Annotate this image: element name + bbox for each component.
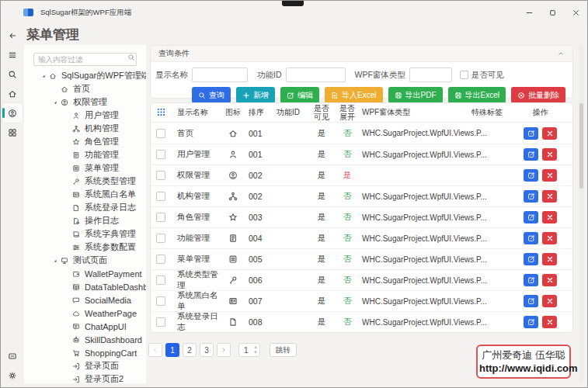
- tree-item-label: 登录页面2: [85, 373, 124, 383]
- tree-item[interactable]: 登录页面2: [24, 372, 146, 383]
- tree-item[interactable]: SkillDashboard: [24, 333, 146, 346]
- row-checkbox[interactable]: [156, 234, 165, 243]
- tree-item[interactable]: 机构管理: [24, 122, 146, 135]
- page-button[interactable]: 2: [183, 343, 197, 357]
- jump-button[interactable]: 跳转: [270, 343, 297, 357]
- cell-wpf-type: WHC.SugarProject.WpfUI.Views.P...: [360, 255, 468, 264]
- tree-filter-input[interactable]: [33, 53, 137, 66]
- row-checkbox[interactable]: [156, 192, 165, 201]
- query-panel-header[interactable]: 查询条件: [151, 46, 572, 62]
- fileup-button[interactable]: 导入Excel: [325, 87, 382, 103]
- save-button[interactable]: 导出Excel: [448, 87, 506, 103]
- tree-item[interactable]: 系统参数配置: [24, 241, 146, 254]
- query-field-input[interactable]: [286, 68, 346, 82]
- collapse-chevron-icon[interactable]: [557, 50, 565, 57]
- rail-item-feedback[interactable]: [2, 346, 23, 365]
- edit-row-button[interactable]: [524, 295, 538, 307]
- plus-button[interactable]: 新增: [236, 87, 275, 103]
- prev-page-button[interactable]: [148, 343, 162, 357]
- tree-item[interactable]: ShoppingCart: [24, 346, 146, 359]
- row-checkbox[interactable]: [156, 255, 165, 264]
- cell-visible: 是: [309, 254, 334, 265]
- rail-item-home[interactable]: [2, 84, 23, 103]
- stepper-icon[interactable]: ▲▼: [253, 345, 258, 355]
- delete-row-button[interactable]: [542, 253, 557, 265]
- tree-item[interactable]: 用户管理: [24, 109, 146, 122]
- visible-checkbox[interactable]: [460, 71, 468, 79]
- rail-item-menu-toggle[interactable]: [2, 45, 23, 64]
- rail-item-account[interactable]: [2, 103, 23, 123]
- page-jump-input[interactable]: 1▲▼: [238, 343, 260, 357]
- query-field-input[interactable]: [192, 68, 248, 82]
- rail-item-settings[interactable]: [2, 365, 23, 385]
- row-checkbox[interactable]: [156, 296, 165, 306]
- tree-item[interactable]: 系统字典管理: [24, 227, 146, 241]
- rail-item-search[interactable]: [2, 64, 23, 84]
- edit-row-button[interactable]: [524, 169, 538, 182]
- row-checkbox[interactable]: [156, 171, 165, 180]
- row-checkbox[interactable]: [156, 213, 165, 222]
- save-button[interactable]: 导出PDF: [388, 87, 443, 103]
- edit-row-button[interactable]: [524, 232, 538, 244]
- tree-item[interactable]: 系统登录日志: [24, 201, 146, 214]
- tree-item[interactable]: 登录页面: [24, 359, 146, 372]
- row-checkbox[interactable]: [156, 317, 165, 327]
- edit-row-button[interactable]: [524, 148, 538, 161]
- tree-item[interactable]: 测试页面: [24, 254, 146, 267]
- edit-row-button[interactable]: [524, 127, 538, 140]
- tree-item[interactable]: 系统类型管理: [24, 175, 146, 188]
- tree-item[interactable]: SocialMedia: [24, 293, 146, 307]
- delete-row-button[interactable]: [542, 127, 557, 140]
- cell-sort: 001: [244, 129, 272, 138]
- query-field-label: 显示名称: [155, 70, 188, 81]
- tree-item[interactable]: 系统黑白名单: [24, 188, 146, 201]
- page-button-active[interactable]: 1: [165, 343, 179, 357]
- edit-row-button[interactable]: [524, 253, 538, 265]
- select-all-grid-icon[interactable]: [156, 107, 166, 119]
- search-button[interactable]: 查询: [192, 87, 231, 103]
- cell-expand: 否: [334, 296, 360, 307]
- tree-item[interactable]: 操作日志: [24, 214, 146, 227]
- tree-item[interactable]: WalletPayment: [24, 267, 146, 280]
- delete-row-button[interactable]: [542, 316, 557, 328]
- edit-row-button[interactable]: [524, 190, 538, 203]
- cell-visible: 是: [309, 170, 334, 181]
- edit-row-button[interactable]: [524, 211, 538, 223]
- maximize-button[interactable]: [541, 1, 564, 24]
- edit-row-button[interactable]: [524, 316, 538, 328]
- tree-item[interactable]: ChatAppUI: [24, 320, 146, 333]
- minimize-button[interactable]: [517, 1, 541, 24]
- tree-item[interactable]: 菜单管理: [24, 161, 146, 175]
- x-icon: [546, 297, 554, 305]
- vertical-scrollbar[interactable]: [579, 45, 584, 381]
- delete-row-button[interactable]: [542, 148, 557, 161]
- tree-item[interactable]: WeatherPage: [24, 307, 146, 320]
- tree-item[interactable]: DataTableDashboa: [24, 280, 146, 293]
- delete-row-button[interactable]: [542, 232, 557, 244]
- xcircle-button[interactable]: 批量删除: [511, 87, 565, 103]
- delete-row-button[interactable]: [542, 190, 557, 203]
- delete-row-button[interactable]: [542, 169, 557, 182]
- close-button[interactable]: [564, 1, 587, 24]
- cell-expand: 否: [334, 275, 360, 286]
- delete-row-button[interactable]: [542, 211, 557, 223]
- next-page-button[interactable]: [217, 343, 231, 357]
- delete-row-button[interactable]: [542, 274, 557, 286]
- tree-item[interactable]: SqlSugar的WPF管理端: [24, 69, 146, 82]
- tree-item[interactable]: 权限管理: [24, 95, 146, 109]
- row-checkbox[interactable]: [156, 275, 165, 285]
- cell-wpf-type: WHC.SugarProject.WpfUI.Views.P...: [360, 129, 468, 137]
- rail-item-back[interactable]: [2, 26, 23, 45]
- query-field-input[interactable]: [409, 68, 452, 82]
- tree-item[interactable]: 角色管理: [24, 135, 146, 148]
- delete-row-button[interactable]: [542, 295, 557, 307]
- tree-item[interactable]: 首页: [24, 82, 146, 95]
- row-checkbox[interactable]: [156, 129, 165, 138]
- tree-item[interactable]: 功能管理: [24, 148, 146, 161]
- edit-row-button[interactable]: [524, 274, 538, 286]
- row-checkbox[interactable]: [156, 150, 165, 159]
- scrollbar-thumb[interactable]: [579, 103, 583, 189]
- pencil-button[interactable]: 编辑: [280, 87, 319, 103]
- rail-item-apps[interactable]: [2, 123, 23, 142]
- page-button[interactable]: 3: [200, 343, 214, 357]
